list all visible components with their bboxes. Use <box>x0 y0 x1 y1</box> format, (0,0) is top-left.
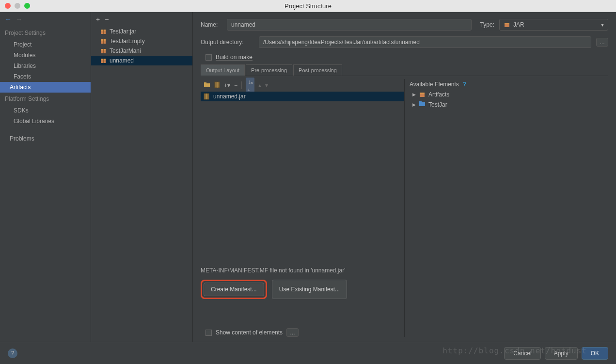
help-button[interactable]: ? <box>8 348 17 358</box>
sidebar-item-problems[interactable]: Problems <box>0 133 91 144</box>
svg-rect-14 <box>204 83 210 87</box>
move-up-icon[interactable]: ▴ <box>258 82 261 89</box>
svg-rect-20 <box>420 94 425 97</box>
ae-item-label: Artifacts <box>428 91 449 98</box>
sort-icon[interactable]: ↓az <box>246 78 254 93</box>
artifact-icon <box>100 57 107 64</box>
artifact-icon <box>419 91 426 98</box>
name-label: Name: <box>201 21 222 28</box>
nav-back-icon[interactable]: ← <box>5 16 12 23</box>
sidebar-item-artifacts[interactable]: Artifacts <box>0 82 91 93</box>
module-icon <box>419 101 426 108</box>
available-elements-panel: Available Elements ? ▶ Artifacts ▶ TestJ… <box>405 79 608 337</box>
tab-pre-processing[interactable]: Pre-processing <box>246 64 292 76</box>
expand-icon: ▶ <box>412 102 416 107</box>
highlight-annotation: Create Manifest... <box>201 280 267 299</box>
tab-post-processing[interactable]: Post-processing <box>293 64 342 76</box>
jar-file-icon <box>204 93 210 100</box>
artifact-tree-panel: + − TestJar:jar TestJarEmpty TestJarMani… <box>91 12 193 342</box>
build-on-make-label: Build on make <box>216 54 253 61</box>
svg-rect-13 <box>505 23 509 24</box>
show-content-more-button[interactable]: … <box>286 328 299 337</box>
tree-item[interactable]: TestJarEmpty <box>91 36 192 46</box>
type-label: Type: <box>480 21 494 28</box>
manifest-message: META-INF/MANIFEST.MF file not found in '… <box>201 264 404 277</box>
ae-item-artifacts[interactable]: ▶ Artifacts <box>410 90 608 99</box>
jar-type-icon <box>504 21 510 28</box>
output-layout-panel: +▾ − ↓az ▴ ▾ unnamed.jar META-INF/MANIFE… <box>201 79 405 337</box>
maximize-window-button[interactable] <box>24 3 30 9</box>
content-panel: Name: Type: JAR ▾ Output directory: … Bu… <box>193 12 616 342</box>
help-icon[interactable]: ? <box>463 81 466 88</box>
svg-rect-2 <box>103 30 104 34</box>
svg-rect-15 <box>204 82 206 84</box>
window-title: Project Structure <box>284 2 332 10</box>
section-platform-settings: Platform Settings <box>0 93 91 105</box>
show-content-checkbox[interactable] <box>205 330 212 336</box>
jar-row[interactable]: unnamed.jar <box>201 92 404 101</box>
cancel-button[interactable]: Cancel <box>504 347 540 360</box>
add-artifact-button[interactable]: + <box>96 16 100 23</box>
type-select[interactable]: JAR ▾ <box>499 19 608 31</box>
tree-item[interactable]: TestJar:jar <box>91 27 192 36</box>
svg-rect-12 <box>505 24 509 27</box>
type-value: JAR <box>513 21 524 28</box>
use-existing-manifest-button[interactable]: Use Existing Manifest... <box>272 280 347 299</box>
sidebar-item-project[interactable]: Project <box>0 39 91 50</box>
archive-icon[interactable] <box>214 81 220 90</box>
tree-item[interactable]: TestJarMani <box>91 46 192 56</box>
svg-rect-22 <box>419 102 425 106</box>
move-down-icon[interactable]: ▾ <box>265 82 268 89</box>
tree-item-label: TestJarEmpty <box>110 38 145 45</box>
svg-rect-23 <box>419 101 422 103</box>
chevron-down-icon: ▾ <box>601 21 604 28</box>
show-content-label: Show content of elements <box>216 329 283 336</box>
artifact-icon <box>100 28 107 35</box>
close-window-button[interactable] <box>5 3 11 9</box>
svg-rect-5 <box>103 39 104 44</box>
ae-item-module[interactable]: ▶ TestJar <box>410 99 608 110</box>
ok-button[interactable]: OK <box>582 347 608 360</box>
svg-rect-8 <box>103 49 104 53</box>
output-label: Output directory: <box>201 39 254 46</box>
sidebar-item-global-libraries[interactable]: Global Libraries <box>0 116 91 127</box>
ae-item-label: TestJar <box>428 101 447 108</box>
add-copy-icon[interactable]: +▾ <box>224 82 230 89</box>
tree-item-label: TestJar:jar <box>110 28 136 35</box>
name-input[interactable] <box>227 19 472 31</box>
tab-output-layout[interactable]: Output Layout <box>201 64 245 76</box>
traffic-lights <box>0 3 30 9</box>
available-elements-label: Available Elements <box>410 81 459 88</box>
artifact-icon <box>100 47 107 54</box>
sidebar: ← → Project Settings Project Modules Lib… <box>0 12 91 342</box>
tree-item[interactable]: unnamed <box>91 56 192 65</box>
sidebar-item-sdks[interactable]: SDKs <box>0 105 91 116</box>
tree-item-label: TestJarMani <box>110 47 141 54</box>
artifact-icon <box>100 38 107 45</box>
browse-button[interactable]: … <box>596 38 608 47</box>
section-project-settings: Project Settings <box>0 27 91 39</box>
remove-icon[interactable]: − <box>234 82 237 89</box>
expand-icon: ▶ <box>412 92 416 97</box>
new-folder-icon[interactable] <box>204 81 210 90</box>
sidebar-item-modules[interactable]: Modules <box>0 50 91 61</box>
create-manifest-button[interactable]: Create Manifest... <box>204 283 264 296</box>
jar-name: unnamed.jar <box>213 93 246 100</box>
svg-rect-21 <box>420 93 425 94</box>
footer: ? Cancel Apply OK <box>0 342 616 364</box>
svg-rect-11 <box>103 59 104 63</box>
tree-item-label: unnamed <box>110 57 134 64</box>
tabs: Output Layout Pre-processing Post-proces… <box>201 64 608 76</box>
remove-artifact-button[interactable]: − <box>105 16 109 23</box>
apply-button[interactable]: Apply <box>545 347 578 360</box>
titlebar: Project Structure <box>0 0 616 12</box>
nav-forward-icon[interactable]: → <box>16 16 22 23</box>
sidebar-item-facets[interactable]: Facets <box>0 71 91 82</box>
build-on-make-checkbox[interactable] <box>205 54 212 61</box>
sidebar-item-libraries[interactable]: Libraries <box>0 61 91 71</box>
minimize-window-button[interactable] <box>15 3 20 9</box>
output-directory-input[interactable] <box>259 36 591 48</box>
